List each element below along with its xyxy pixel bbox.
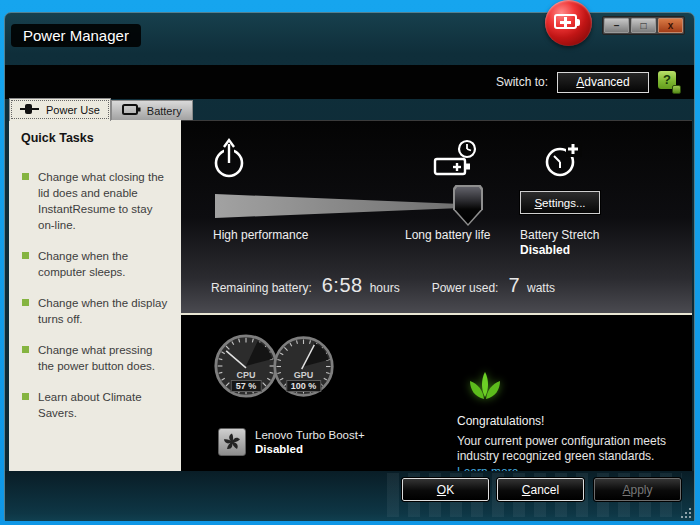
window-title: Power Manager bbox=[11, 24, 141, 47]
cpu-gauge-value: 57 % bbox=[231, 380, 262, 392]
switch-to-label: Switch to: bbox=[496, 75, 548, 89]
tab-bar: Power Use Battery bbox=[9, 98, 193, 120]
quick-tasks-heading: Quick Tasks bbox=[21, 131, 171, 145]
window-controls: – □ x bbox=[602, 16, 685, 35]
battery-stretch-icon bbox=[541, 137, 583, 181]
high-performance-label: High performance bbox=[213, 228, 308, 242]
close-button[interactable]: x bbox=[658, 18, 683, 33]
remaining-battery-label: Remaining battery: bbox=[211, 281, 312, 295]
quick-tasks-sidebar: Quick Tasks Change what closing the lid … bbox=[9, 120, 181, 471]
power-plan-slider-thumb[interactable] bbox=[453, 185, 483, 226]
battery-stats: Remaining battery: 6:58 hours Power used… bbox=[211, 274, 555, 297]
battery-icon bbox=[122, 104, 141, 117]
green-leaf-icon bbox=[467, 367, 503, 407]
task-link-power-button[interactable]: Change what pressing the power button do… bbox=[21, 342, 171, 374]
quick-tasks-list: Change what closing the lid does and ena… bbox=[21, 169, 171, 421]
help-icon[interactable]: ? bbox=[658, 71, 681, 94]
long-battery-life-icon bbox=[433, 137, 483, 181]
status-panel: CPU 57 % bbox=[181, 315, 692, 471]
high-performance-icon bbox=[211, 137, 247, 181]
advanced-button[interactable]: Advanced bbox=[557, 72, 649, 93]
plug-icon bbox=[20, 103, 40, 117]
ok-button[interactable]: OK bbox=[402, 478, 489, 501]
turbo-boost-label: Lenovo Turbo Boost+ bbox=[255, 429, 365, 441]
task-link-display[interactable]: Change when the display turns off. bbox=[21, 295, 171, 327]
task-link-climate-savers[interactable]: Learn about Climate Savers. bbox=[21, 389, 171, 421]
power-manager-badge-icon bbox=[545, 0, 592, 46]
power-plan-slider-track[interactable] bbox=[215, 194, 473, 218]
battery-stretch-label: Battery Stretch bbox=[520, 228, 599, 242]
power-plan-panel: High performance Long battery life Setti… bbox=[181, 120, 692, 313]
cpu-gauge: CPU 57 % bbox=[213, 333, 279, 399]
remaining-battery-value: 6:58 bbox=[322, 274, 363, 297]
desktop-background: Power Manager – □ x Switch to: Advanced … bbox=[0, 0, 700, 525]
turbo-boost-fan-icon[interactable] bbox=[218, 428, 246, 456]
cancel-button[interactable]: Cancel bbox=[497, 478, 584, 501]
main-content: High performance Long battery life Setti… bbox=[181, 120, 692, 471]
green-status-line2: industry recognized green standards. bbox=[457, 449, 654, 463]
gpu-gauge-value: 100 % bbox=[286, 380, 322, 392]
minimize-button[interactable]: – bbox=[604, 18, 629, 33]
tab-power-use[interactable]: Power Use bbox=[9, 98, 111, 121]
power-used-unit: watts bbox=[527, 281, 555, 295]
resize-grip[interactable] bbox=[679, 506, 691, 518]
power-used-label: Power used: bbox=[432, 281, 499, 295]
green-status-line1: Your current power configuration meets bbox=[457, 434, 666, 448]
gpu-gauge: GPU 100 % bbox=[272, 335, 335, 398]
turbo-boost-status: Disabled bbox=[255, 443, 303, 455]
task-link-lid[interactable]: Change what closing the lid does and ena… bbox=[21, 169, 171, 233]
power-used-value: 7 bbox=[508, 274, 520, 297]
apply-button[interactable]: Apply bbox=[594, 478, 681, 501]
congratulations-title: Congratulations! bbox=[457, 414, 544, 428]
cpu-gauge-label: CPU bbox=[213, 370, 279, 380]
power-manager-window: Power Manager – □ x Switch to: Advanced … bbox=[4, 12, 695, 521]
header-strip: Switch to: Advanced ? bbox=[5, 65, 694, 99]
remaining-battery-unit: hours bbox=[370, 281, 400, 295]
maximize-button[interactable]: □ bbox=[631, 18, 656, 33]
footer-bar: OK Cancel Apply bbox=[5, 471, 694, 521]
battery-stretch-status: Disabled bbox=[520, 243, 570, 257]
tab-battery[interactable]: Battery bbox=[111, 100, 193, 120]
task-link-sleep[interactable]: Change when the computer sleeps. bbox=[21, 248, 171, 280]
long-battery-life-label: Long battery life bbox=[405, 228, 490, 242]
battery-stretch-settings-button[interactable]: Settings... bbox=[520, 191, 600, 214]
